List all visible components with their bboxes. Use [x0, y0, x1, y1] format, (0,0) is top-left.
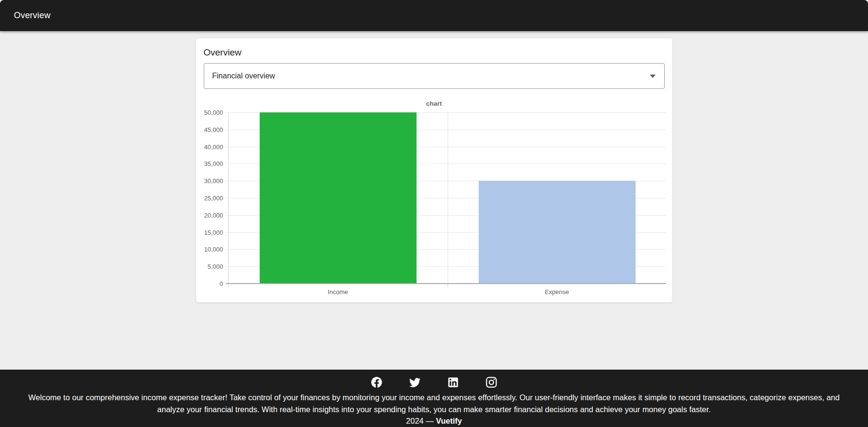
- app-bar-title: Overview: [14, 11, 51, 21]
- y-axis-tick-label: 35,000: [204, 160, 223, 167]
- bar-income[interactable]: [260, 112, 417, 284]
- card-title: Overview: [204, 46, 665, 59]
- footer-copyright: 2024 — Vuetify: [0, 416, 868, 426]
- y-axis-tick-label: 5,000: [208, 263, 223, 270]
- y-axis-tick-label: 45,000: [204, 126, 223, 133]
- y-axis-tick-label: 20,000: [204, 211, 223, 219]
- facebook-button[interactable]: [370, 375, 384, 389]
- instagram-icon: [485, 376, 498, 389]
- y-axis-tick-label: 50,000: [204, 109, 223, 116]
- x-axis-label-income: Income: [328, 288, 348, 296]
- x-axis-label-expense: Expense: [545, 288, 569, 296]
- linkedin-icon: [447, 376, 460, 389]
- twitter-icon: [408, 376, 421, 389]
- overview-card: Overview Financial overview chart 05,000…: [196, 38, 673, 303]
- instagram-button[interactable]: [485, 375, 498, 389]
- bar-chart: chart 05,00010,00015,00020,00025,00030,0…: [204, 100, 665, 284]
- footer-description: Welcome to our comprehensive income expe…: [19, 392, 849, 415]
- copyright-separator: —: [426, 416, 434, 425]
- x-axis-baseline: [226, 283, 666, 284]
- copyright-year: 2024: [406, 416, 424, 425]
- x-axis-tick: [448, 284, 448, 287]
- y-axis-tick-label: 25,000: [204, 195, 223, 202]
- linkedin-button[interactable]: [447, 375, 460, 389]
- y-axis-tick-label: 10,000: [204, 246, 223, 253]
- app-bar: Overview: [0, 0, 868, 31]
- chart-title: chart: [204, 100, 665, 108]
- y-axis-tick-label: 40,000: [204, 143, 223, 150]
- twitter-button[interactable]: [408, 375, 422, 389]
- financial-overview-select[interactable]: Financial overview: [204, 63, 665, 89]
- x-gridline: [448, 112, 448, 284]
- bar-expense[interactable]: [479, 181, 636, 284]
- y-axis-tick-label: 15,000: [204, 229, 223, 236]
- menu-down-icon: [650, 75, 656, 78]
- facebook-icon: [370, 376, 383, 389]
- social-icons-row: [0, 375, 868, 389]
- y-axis-tick-label: 30,000: [204, 177, 223, 185]
- y-axis-tick-label: 0: [220, 280, 223, 287]
- select-value: Financial overview: [212, 72, 650, 80]
- brand-name: Vuetify: [436, 416, 462, 425]
- chart-plot-area: 05,00010,00015,00020,00025,00030,00035,0…: [228, 112, 666, 284]
- main-content: Overview Financial overview chart 05,000…: [0, 31, 868, 370]
- x-axis-tick: [229, 284, 229, 287]
- footer: Welcome to our comprehensive income expe…: [0, 370, 868, 427]
